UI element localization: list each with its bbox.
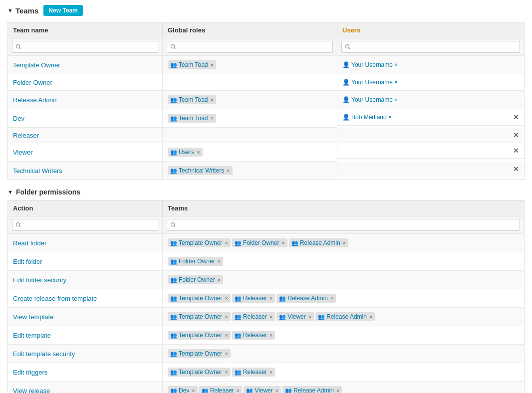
tag: 👥Releaser× [199, 386, 242, 393]
tag-remove[interactable]: × [269, 369, 272, 375]
tag-remove[interactable]: × [308, 314, 311, 320]
action-search-input[interactable] [12, 219, 158, 231]
permissions-table: Action Teams Read folder 👥Template Owner… [7, 200, 525, 393]
tag-remove[interactable]: × [330, 295, 333, 301]
action-link[interactable]: View template [13, 313, 53, 321]
tag-remove[interactable]: × [227, 168, 230, 174]
delete-team-button[interactable]: ✕ [513, 131, 519, 139]
user-remove[interactable]: × [394, 79, 398, 86]
group-icon: 👥 [235, 369, 242, 376]
user-label: Your Username [351, 61, 393, 68]
team-name-link[interactable]: Template Owner [13, 61, 60, 69]
group-icon: 👥 [170, 351, 177, 357]
tag-remove[interactable]: × [225, 351, 228, 357]
perm-teams-tags: 👥Template Owner× 👥Releaser× [168, 367, 519, 378]
tag-remove[interactable]: × [210, 62, 213, 68]
tag-label: Release Admin [287, 295, 328, 302]
tag-remove[interactable]: × [282, 240, 285, 246]
delete-team-button[interactable]: ✕ [513, 147, 519, 155]
team-name-link[interactable]: Dev [13, 115, 24, 122]
group-icon: 👥 [285, 388, 292, 393]
tag: 👥Folder Owner× [168, 275, 223, 284]
team-name-link[interactable]: Technical Writers [13, 167, 62, 175]
permissions-search-row [8, 216, 525, 234]
tag: 👥Releaser× [232, 294, 275, 303]
global-roles-tags: 👥Team Toad× [168, 113, 332, 124]
tag-remove[interactable]: × [210, 97, 213, 103]
new-team-button[interactable]: New Team [43, 5, 82, 16]
team-name-link[interactable]: Release Admin [13, 96, 56, 104]
global-roles-search-input[interactable] [167, 41, 333, 53]
table-row: Viewer 👥Users× ✕ [8, 143, 525, 162]
tag-remove[interactable]: × [343, 240, 346, 246]
group-icon: 👥 [170, 314, 177, 320]
tag: 👥Releaser× [232, 368, 275, 377]
team-name-cell: Viewer [8, 143, 163, 162]
tag-remove[interactable]: × [269, 295, 272, 301]
table-row: Edit folder 👥Folder Owner× [8, 252, 525, 271]
tag-remove[interactable]: × [269, 314, 272, 320]
perm-teams-search-input[interactable] [167, 219, 520, 231]
team-name-search-input[interactable] [12, 41, 158, 53]
action-cell: View template [8, 308, 163, 326]
tag-label: Folder Owner [179, 276, 215, 283]
tag-remove[interactable]: × [210, 115, 213, 121]
users-cell: ✕ [337, 128, 524, 143]
user-remove[interactable]: × [394, 61, 398, 68]
col-teams: Teams [163, 200, 525, 216]
action-link[interactable]: Edit template [13, 332, 51, 339]
tag-remove[interactable]: × [218, 277, 221, 283]
users-search-cell [337, 38, 525, 56]
tag-remove[interactable]: × [369, 314, 372, 320]
tag-remove[interactable]: × [218, 258, 221, 264]
action-link[interactable]: Edit triggers [13, 369, 47, 376]
tag-remove[interactable]: × [225, 332, 228, 338]
group-icon: 👥 [170, 168, 177, 174]
delete-team-button[interactable]: ✕ [513, 165, 519, 173]
tag-remove[interactable]: × [269, 332, 272, 338]
tag-label: Template Owner [179, 350, 222, 357]
user-remove[interactable]: × [394, 96, 398, 103]
perm-teams-tags: 👥Dev× 👥Releaser× 👥Viewer× 👥Release Admin… [168, 385, 519, 393]
delete-team-button[interactable]: ✕ [513, 113, 519, 121]
tag-label: Release Admin [326, 313, 367, 320]
tag-remove[interactable]: × [225, 295, 228, 301]
team-name-link[interactable]: Folder Owner [13, 79, 52, 86]
tag-remove[interactable]: × [192, 388, 195, 393]
tag-remove[interactable]: × [225, 240, 228, 246]
tag-remove[interactable]: × [237, 388, 240, 393]
perm-teams-cell: 👥Template Owner× 👥Releaser× [163, 363, 525, 382]
users-cell: 👤Your Username× [337, 91, 525, 109]
tag-remove[interactable]: × [336, 388, 339, 393]
tag-label: Dev [179, 387, 189, 393]
page-container: ▼ Teams New Team Team name Global roles … [0, 0, 532, 393]
tag: 👥Users× [168, 148, 203, 157]
team-name-link[interactable]: Viewer [13, 149, 33, 156]
action-link[interactable]: Read folder [13, 239, 46, 247]
tag-remove[interactable]: × [275, 388, 278, 393]
group-icon: 👥 [170, 258, 177, 265]
user-label: Your Username [351, 96, 393, 103]
tag-remove[interactable]: × [225, 314, 228, 320]
global-roles-cell: 👥Team Toad× [163, 91, 337, 109]
tag-remove[interactable]: × [225, 369, 228, 375]
global-roles-cell: 👥Team Toad× [163, 109, 337, 128]
perm-teams-tags: 👥Template Owner× 👥Releaser× [168, 330, 519, 341]
group-icon: 👥 [170, 62, 177, 68]
action-link[interactable]: Edit folder security [13, 276, 66, 284]
users-search-input[interactable] [341, 41, 520, 53]
action-link[interactable]: Edit folder [13, 258, 42, 265]
team-name-link[interactable]: Releaser [13, 132, 39, 139]
action-cell: Edit triggers [8, 363, 163, 382]
tag: 👥Release Admin× [282, 386, 342, 393]
users-cell: ✕ [337, 143, 524, 159]
users-tags: 👤Bob Mediano× [342, 113, 393, 122]
action-link[interactable]: Create release from template [13, 295, 97, 302]
section-title: ▼ Teams [7, 6, 38, 15]
tag-remove[interactable]: × [197, 149, 200, 155]
group-icon: 👥 [170, 115, 177, 122]
teams-header-row: Team name Global roles Users [8, 22, 525, 38]
user-remove[interactable]: × [388, 114, 392, 121]
action-link[interactable]: Edit template security [13, 350, 75, 358]
action-link[interactable]: View release [13, 387, 50, 393]
